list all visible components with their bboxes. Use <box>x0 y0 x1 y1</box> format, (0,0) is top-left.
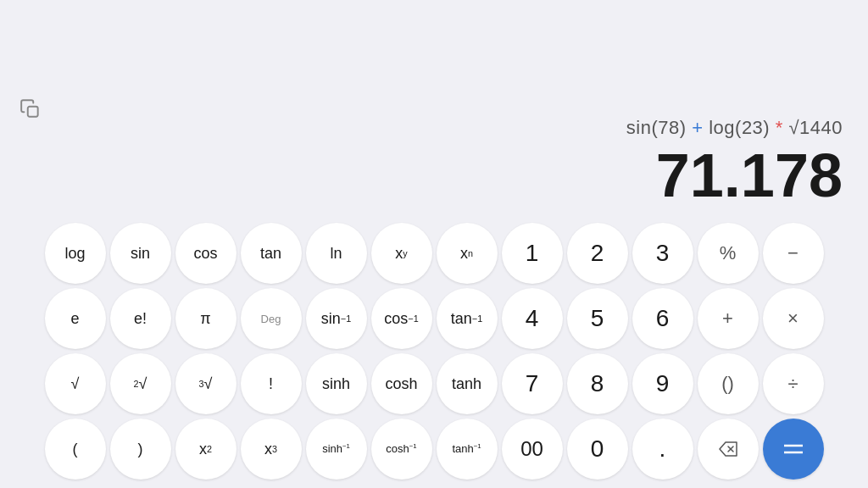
deg-button[interactable]: Deg <box>241 288 302 349</box>
tanh-button[interactable]: tanh <box>437 353 498 414</box>
nine-button[interactable]: 9 <box>632 353 693 414</box>
factorial-button[interactable]: ! <box>241 353 302 414</box>
plus-button[interactable]: + <box>698 288 759 349</box>
ln-button[interactable]: ln <box>306 223 367 284</box>
doublezero-button[interactable]: 00 <box>502 419 563 480</box>
e-button[interactable]: e <box>45 288 106 349</box>
tan-button[interactable]: tan <box>241 223 302 284</box>
arccos-button[interactable]: cos−1 <box>371 288 432 349</box>
percent-button[interactable]: % <box>698 223 759 284</box>
xsq-button[interactable]: x2 <box>175 419 236 480</box>
four-button[interactable]: 4 <box>502 288 563 349</box>
two-button[interactable]: 2 <box>567 223 628 284</box>
eight-button[interactable]: 8 <box>567 353 628 414</box>
efact-button[interactable]: e! <box>110 288 171 349</box>
five-button[interactable]: 5 <box>567 288 628 349</box>
divide-button[interactable]: ÷ <box>763 353 824 414</box>
cosh-button[interactable]: cosh <box>371 353 432 414</box>
cos-button[interactable]: cos <box>175 223 236 284</box>
sqrt2-button[interactable]: 2√ <box>110 353 171 414</box>
xn-button[interactable]: xn <box>437 223 498 284</box>
lparen-button[interactable]: ( <box>45 419 106 480</box>
arctanh-button[interactable]: tanh−1 <box>437 419 498 480</box>
sin-button[interactable]: sin <box>110 223 171 284</box>
result-display: 71.178 <box>656 142 843 209</box>
multiply-button[interactable]: × <box>763 288 824 349</box>
sqrt-button[interactable]: √ <box>45 353 106 414</box>
copy-icon[interactable] <box>15 94 46 125</box>
sqrt3-button[interactable]: 3√ <box>175 353 236 414</box>
arcsin-button[interactable]: sin−1 <box>306 288 367 349</box>
minus-button[interactable]: − <box>763 223 824 284</box>
parens-button[interactable]: () <box>698 353 759 414</box>
xy-button[interactable]: xy <box>371 223 432 284</box>
key-row-1: ee!πDegsin−1cos−1tan−1456+× <box>10 288 858 349</box>
keypad: logsincostanlnxyxn123%−ee!πDegsin−1cos−1… <box>0 218 868 488</box>
six-button[interactable]: 6 <box>632 288 693 349</box>
sinh-button[interactable]: sinh <box>306 353 367 414</box>
pi-button[interactable]: π <box>175 288 236 349</box>
arcsinh-button[interactable]: sinh−1 <box>306 419 367 480</box>
arctan-button[interactable]: tan−1 <box>437 288 498 349</box>
expression-display: sin(78) + log(23) * √1440 <box>626 117 843 139</box>
key-row-3: ()x2x3sinh−1cosh−1tanh−1000. <box>10 419 858 480</box>
rparen-button[interactable]: ) <box>110 419 171 480</box>
one-button[interactable]: 1 <box>502 223 563 284</box>
dot-button[interactable]: . <box>632 419 693 480</box>
zero-button[interactable]: 0 <box>567 419 628 480</box>
three-button[interactable]: 3 <box>632 223 693 284</box>
key-row-0: logsincostanlnxyxn123%− <box>10 223 858 284</box>
backspace-button[interactable] <box>698 419 759 480</box>
equals-button[interactable] <box>763 419 824 480</box>
display-area: sin(78) + log(23) * √1440 71.178 <box>0 0 868 218</box>
svg-rect-0 <box>28 106 38 116</box>
arccosh-button[interactable]: cosh−1 <box>371 419 432 480</box>
log-button[interactable]: log <box>45 223 106 284</box>
seven-button[interactable]: 7 <box>502 353 563 414</box>
xcube-button[interactable]: x3 <box>241 419 302 480</box>
key-row-2: √2√3√!sinhcoshtanh789()÷ <box>10 353 858 414</box>
